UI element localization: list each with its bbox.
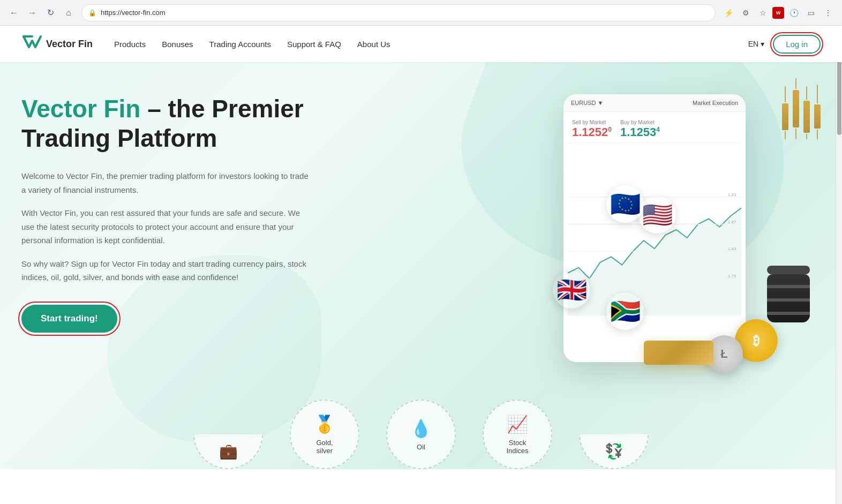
- svg-text:1.87: 1.87: [728, 220, 736, 224]
- oil-label: Oil: [417, 443, 425, 451]
- nav-bonuses[interactable]: Bonuses: [162, 40, 193, 49]
- extension-icon: W: [772, 7, 784, 19]
- candle-4: [814, 85, 821, 139]
- forex-pair-label: EURUSD ▼: [571, 100, 603, 106]
- browser-actions: ⚡ ⚙ ☆ W 🕐 ▭ ⋮: [721, 5, 836, 20]
- svg-text:1.79: 1.79: [728, 274, 736, 279]
- hero-description-2: With Vector Fin, you can rest assured th…: [21, 206, 311, 247]
- lock-icon: 🔒: [88, 9, 96, 17]
- wick: [806, 86, 807, 100]
- hero-description-1: Welcome to Vector Fin, the premier tradi…: [21, 169, 311, 197]
- chevron-down-icon: ▾: [761, 40, 764, 48]
- stock-label: StockIndices: [506, 439, 528, 455]
- candle-3: [803, 86, 810, 139]
- nav-products[interactable]: Products: [114, 40, 146, 49]
- body: [793, 90, 799, 127]
- body: [803, 101, 810, 133]
- hero-title: Vector Fin – the Premier Trading Platfor…: [21, 94, 364, 153]
- instrument-gold-silver: 🥇 Gold,silver: [290, 400, 359, 469]
- crypto-icon: 💱: [605, 442, 623, 460]
- header-right: EN ▾ Log in: [748, 35, 821, 54]
- barrel-band-1: [767, 285, 810, 288]
- nav-about[interactable]: About Us: [357, 40, 390, 49]
- history-button[interactable]: 🕐: [786, 5, 801, 20]
- back-button[interactable]: ←: [6, 5, 21, 20]
- wick-bottom: [806, 134, 807, 139]
- start-trading-button[interactable]: Start trading!: [21, 305, 117, 333]
- wick-bottom: [817, 130, 818, 139]
- logo-icon: [21, 32, 43, 56]
- login-button[interactable]: Log in: [773, 35, 821, 54]
- tab-button[interactable]: ▭: [803, 5, 818, 20]
- trading-screen-header: EURUSD ▼ Market Execution: [563, 94, 746, 112]
- svg-text:1.91: 1.91: [728, 192, 736, 197]
- forward-button[interactable]: →: [25, 5, 40, 20]
- logo-link[interactable]: Vector Fin: [21, 32, 93, 56]
- address-bar[interactable]: 🔒 https://vector-fin.com: [81, 4, 716, 21]
- menu-button[interactable]: ⋮: [821, 5, 836, 20]
- barrel-band-3: [767, 312, 810, 315]
- oil-barrel: [767, 266, 810, 319]
- url-text: https://vector-fin.com: [101, 9, 166, 17]
- instrument-forex: 💼: [193, 434, 263, 469]
- stock-chart-icon: 📈: [507, 414, 528, 434]
- candlestick-decoration: [782, 78, 821, 139]
- barrel-top: [767, 266, 810, 274]
- execution-label: Market Execution: [693, 100, 738, 106]
- wick: [795, 78, 796, 89]
- candle-1: [782, 86, 788, 139]
- language-selector[interactable]: EN ▾: [748, 40, 764, 48]
- wick: [817, 85, 818, 103]
- hero-content: Vector Fin – the Premier Trading Platfor…: [21, 94, 364, 333]
- hero-section: Vector Fin – the Premier Trading Platfor…: [0, 62, 842, 469]
- wick-bottom: [795, 129, 796, 139]
- body: [782, 103, 788, 130]
- wick-bottom: [785, 131, 786, 139]
- price-display: Sell by Market 1.12520 Buy by Market 1.1…: [568, 116, 741, 143]
- body: [814, 104, 821, 129]
- instrument-oil: 💧 Oil: [386, 400, 456, 469]
- main-nav: Products Bonuses Trading Accounts Suppor…: [114, 40, 748, 49]
- logo-text: Vector Fin: [46, 39, 93, 50]
- candle-2: [793, 78, 799, 139]
- hero-title-brand: Vector Fin: [21, 95, 140, 123]
- gold-icon: 🥇: [314, 414, 335, 434]
- instrument-crypto: 💱: [579, 434, 649, 469]
- briefcase-icon: 💼: [219, 442, 238, 460]
- nav-support[interactable]: Support & FAQ: [287, 40, 341, 49]
- uk-flag: 🇬🇧: [553, 271, 590, 309]
- oil-icon: 💧: [410, 418, 432, 439]
- sell-price: Sell by Market 1.12520: [572, 119, 612, 139]
- barrel-band-2: [767, 298, 810, 302]
- barrel-body: [767, 274, 810, 322]
- gold-silver-label: Gold,silver: [316, 439, 333, 455]
- nav-trading-accounts[interactable]: Trading Accounts: [209, 40, 271, 49]
- home-button[interactable]: ⌂: [61, 5, 76, 20]
- wick: [785, 86, 786, 102]
- za-flag: 🇿🇦: [606, 292, 644, 330]
- lightning-button[interactable]: ⚡: [721, 5, 736, 20]
- site-header: Vector Fin Products Bonuses Trading Acco…: [0, 26, 842, 62]
- gold-bar: [644, 341, 713, 365]
- extensions-button[interactable]: ⚙: [738, 5, 753, 20]
- buy-price: Buy by Market 1.12534: [620, 119, 660, 139]
- hero-description-3: So why wait? Sign up for Vector Fin toda…: [21, 257, 311, 284]
- instrument-stocks: 📈 StockIndices: [483, 400, 552, 469]
- scrollbar[interactable]: [836, 26, 842, 469]
- instruments-row: 💼 🥇 Gold,silver 💧 Oil 📈 StockIndices 💱: [0, 400, 842, 469]
- star-button[interactable]: ☆: [755, 5, 770, 20]
- browser-nav-buttons: ← → ↻ ⌂: [6, 5, 76, 20]
- reload-button[interactable]: ↻: [43, 5, 58, 20]
- us-flag: 🇺🇸: [638, 196, 676, 234]
- browser-chrome: ← → ↻ ⌂ 🔒 https://vector-fin.com ⚡ ⚙ ☆ W…: [0, 0, 842, 26]
- svg-text:1.83: 1.83: [728, 246, 736, 251]
